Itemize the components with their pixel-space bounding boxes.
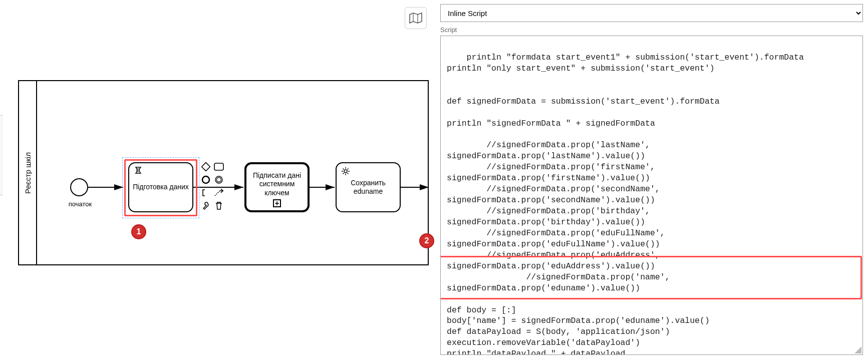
context-pad bbox=[200, 161, 224, 211]
bpmn-start-event[interactable] bbox=[70, 178, 88, 196]
svg-rect-2 bbox=[214, 163, 223, 170]
svg-rect-1 bbox=[202, 163, 210, 171]
script-content: println "formdata start_event1" + submis… bbox=[447, 53, 804, 355]
context-gateway-icon[interactable] bbox=[200, 161, 211, 172]
context-task-icon[interactable] bbox=[213, 161, 224, 172]
context-delete-icon[interactable] bbox=[213, 200, 224, 211]
minimap-toggle-button[interactable] bbox=[405, 7, 427, 29]
bpmn-script-task-prepare[interactable]: Підготовка даних bbox=[128, 162, 193, 212]
svg-point-5 bbox=[217, 178, 221, 182]
script-field-label: Script bbox=[435, 26, 868, 36]
resize-handle-icon[interactable] bbox=[854, 346, 861, 353]
expand-marker-icon: + bbox=[273, 199, 281, 207]
svg-point-3 bbox=[202, 176, 209, 183]
map-icon bbox=[409, 13, 422, 24]
script-textarea[interactable]: println "formdata start_event1" + submis… bbox=[440, 36, 863, 355]
svg-point-8 bbox=[344, 170, 347, 173]
script-icon bbox=[133, 166, 143, 176]
bpmn-canvas[interactable]: Реєстр шкіл початок Підготовка даних bbox=[0, 0, 436, 360]
svg-line-14 bbox=[348, 173, 349, 174]
task-label: Підготовка даних bbox=[133, 183, 189, 192]
svg-line-13 bbox=[343, 169, 344, 170]
task-label: Сохранить eduname bbox=[340, 179, 397, 196]
bpmn-call-activity-sign[interactable]: Підписати дані системним ключем + bbox=[244, 162, 310, 212]
properties-panel-tab-label: Properties Panel bbox=[0, 129, 1, 173]
context-wrench-icon[interactable] bbox=[200, 200, 211, 211]
context-end-event-icon[interactable] bbox=[200, 174, 211, 185]
svg-line-15 bbox=[348, 169, 349, 170]
pool-label-text: Реєстр шкіл bbox=[24, 152, 32, 194]
script-type-select[interactable]: Inline Script bbox=[440, 4, 863, 22]
svg-line-16 bbox=[343, 173, 344, 174]
properties-panel-tab[interactable]: Properties Panel bbox=[0, 115, 3, 195]
task-label: Підписати дані системним ключем bbox=[249, 171, 305, 204]
callout-badge-2: 2 bbox=[419, 233, 434, 248]
bpmn-lane[interactable]: початок Підготовка даних bbox=[37, 81, 428, 264]
pool-label: Реєстр шкіл bbox=[19, 81, 37, 264]
context-annotation-icon[interactable] bbox=[200, 187, 211, 198]
start-event-label: початок bbox=[65, 200, 95, 208]
properties-panel: Inline Script Script println "formdata s… bbox=[435, 0, 868, 360]
gear-icon bbox=[341, 166, 351, 176]
context-connect-icon[interactable] bbox=[213, 187, 224, 198]
callout-badge-1: 1 bbox=[131, 224, 146, 239]
bpmn-pool[interactable]: Реєстр шкіл початок Підготовка даних bbox=[18, 80, 429, 265]
context-intermediate-event-icon[interactable] bbox=[213, 174, 224, 185]
bpmn-service-task-save[interactable]: Сохранить eduname bbox=[336, 162, 401, 212]
